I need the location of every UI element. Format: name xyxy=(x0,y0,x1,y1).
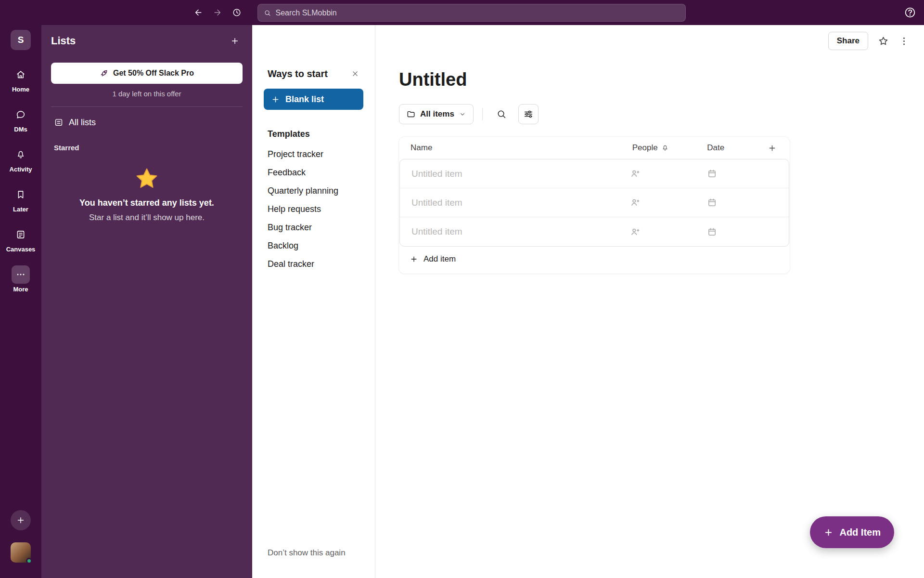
create-new-button[interactable] xyxy=(11,510,31,530)
list-actions: Share xyxy=(828,32,910,50)
star-emoji-icon xyxy=(135,167,158,190)
template-feedback[interactable]: Feedback xyxy=(264,163,363,182)
search-icon xyxy=(264,9,271,17)
app-rail: S Home DMs Activity Later Canvases More xyxy=(0,25,41,578)
rail-item-more[interactable]: More xyxy=(0,265,41,293)
user-avatar[interactable] xyxy=(11,542,31,563)
list-table: Name People Date Untitled item Untitled xyxy=(399,137,790,274)
rail-item-activity[interactable]: Activity xyxy=(0,145,41,173)
list-view: Share Untitled All items Name Pe xyxy=(375,25,924,578)
add-item-fab[interactable]: Add Item xyxy=(810,516,894,548)
rail-item-canvases[interactable]: Canvases xyxy=(0,225,41,253)
home-icon xyxy=(15,69,26,80)
dismiss-panel-link[interactable]: Don’t show this again xyxy=(268,548,346,558)
item-name-placeholder[interactable]: Untitled item xyxy=(411,226,628,237)
sidebar-divider xyxy=(51,106,243,107)
rail-item-label: Home xyxy=(12,86,29,93)
help-icon[interactable] xyxy=(904,6,916,19)
offer-expiry-note: 1 day left on this offer xyxy=(51,90,243,98)
item-name-placeholder[interactable]: Untitled item xyxy=(411,169,628,179)
presence-indicator xyxy=(26,558,32,564)
table-row[interactable]: Untitled item xyxy=(400,159,789,188)
close-icon xyxy=(351,69,359,78)
kebab-menu-icon[interactable] xyxy=(898,36,910,47)
new-list-button[interactable] xyxy=(227,33,243,49)
workspace-initial: S xyxy=(18,35,24,45)
rail-item-label: Activity xyxy=(10,166,32,173)
all-lists-icon xyxy=(54,118,64,127)
rail-item-label: Canvases xyxy=(6,246,36,253)
rail-item-label: Later xyxy=(13,206,28,213)
blank-list-label: Blank list xyxy=(285,94,324,105)
rail-item-later[interactable]: Later xyxy=(0,185,41,213)
rail-nav: Home DMs Activity Later Canvases More xyxy=(0,66,41,293)
search-input[interactable] xyxy=(276,9,680,17)
filter-settings-button[interactable] xyxy=(518,104,539,124)
search-bar[interactable] xyxy=(257,4,686,22)
star-list-icon[interactable] xyxy=(878,36,889,47)
table-row[interactable]: Untitled item xyxy=(400,188,789,217)
close-panel-button[interactable] xyxy=(349,67,361,80)
ways-panel-title: Ways to start xyxy=(268,68,328,79)
set-date-calendar-icon[interactable] xyxy=(707,227,717,237)
rail-item-label: More xyxy=(13,286,28,293)
list-title[interactable]: Untitled xyxy=(399,69,467,90)
more-ellipsis-icon xyxy=(15,269,26,280)
people-header-bell-icon xyxy=(661,144,669,152)
template-bug-tracker[interactable]: Bug tracker xyxy=(264,218,363,236)
activity-bell-icon xyxy=(15,149,26,160)
dms-chat-icon xyxy=(15,109,26,120)
sidebar-title: Lists xyxy=(51,35,76,47)
assign-person-icon[interactable] xyxy=(630,227,640,237)
workspace-switcher[interactable]: S xyxy=(11,30,31,50)
starred-empty-title: You haven’t starred any lists yet. xyxy=(51,198,243,208)
add-item-row[interactable]: Add item xyxy=(399,247,790,272)
add-column-button[interactable] xyxy=(766,142,778,154)
sliders-icon xyxy=(523,109,534,119)
assign-person-icon[interactable] xyxy=(630,197,640,208)
table-row[interactable]: Untitled item xyxy=(400,217,789,246)
template-deal-tracker[interactable]: Deal tracker xyxy=(264,255,363,273)
history-clock-icon[interactable] xyxy=(232,8,242,17)
toolbar-divider xyxy=(482,108,483,120)
rocket-icon xyxy=(100,69,108,78)
later-bookmark-icon xyxy=(15,189,26,200)
offer-button-label: Get 50% Off Slack Pro xyxy=(113,69,194,78)
set-date-calendar-icon[interactable] xyxy=(707,169,717,179)
plus-icon xyxy=(768,144,777,153)
blank-list-button[interactable]: Blank list xyxy=(264,89,363,110)
sidebar-item-all-lists[interactable]: All lists xyxy=(51,113,243,132)
date-column-header: Date xyxy=(707,143,766,153)
plus-icon xyxy=(823,527,834,538)
rail-item-home[interactable]: Home xyxy=(0,66,41,93)
back-arrow-icon[interactable] xyxy=(193,8,203,17)
list-toolbar: All items xyxy=(399,104,539,124)
forward-arrow-icon[interactable] xyxy=(213,8,222,17)
all-items-label: All items xyxy=(420,109,454,119)
canvases-icon xyxy=(15,229,26,240)
slack-pro-offer-button[interactable]: Get 50% Off Slack Pro xyxy=(51,63,243,84)
lists-sidebar: Lists Get 50% Off Slack Pro 1 day left o… xyxy=(41,25,252,578)
table-rows: Untitled item Untitled item Untitled ite… xyxy=(399,159,789,247)
history-nav xyxy=(193,0,242,25)
starred-empty-subtitle: Star a list and it’ll show up here. xyxy=(51,213,243,223)
template-help-requests[interactable]: Help requests xyxy=(264,200,363,218)
plus-icon xyxy=(230,36,240,46)
plus-icon xyxy=(16,515,26,525)
templates-header: Templates xyxy=(268,129,359,139)
set-date-calendar-icon[interactable] xyxy=(707,197,717,208)
content-window: Ways to start Blank list Templates Proje… xyxy=(252,25,924,578)
rail-item-dms[interactable]: DMs xyxy=(0,105,41,133)
share-button[interactable]: Share xyxy=(828,32,868,50)
all-lists-label: All lists xyxy=(69,118,96,128)
item-name-placeholder[interactable]: Untitled item xyxy=(411,197,628,208)
plus-icon xyxy=(271,95,280,104)
template-backlog[interactable]: Backlog xyxy=(264,236,363,255)
plus-icon xyxy=(410,255,418,263)
rail-item-label: DMs xyxy=(14,126,27,133)
template-project-tracker[interactable]: Project tracker xyxy=(264,145,363,163)
assign-person-icon[interactable] xyxy=(630,169,640,179)
all-items-filter[interactable]: All items xyxy=(399,104,474,124)
search-in-list-button[interactable] xyxy=(491,104,512,124)
template-quarterly-planning[interactable]: Quarterly planning xyxy=(264,182,363,200)
